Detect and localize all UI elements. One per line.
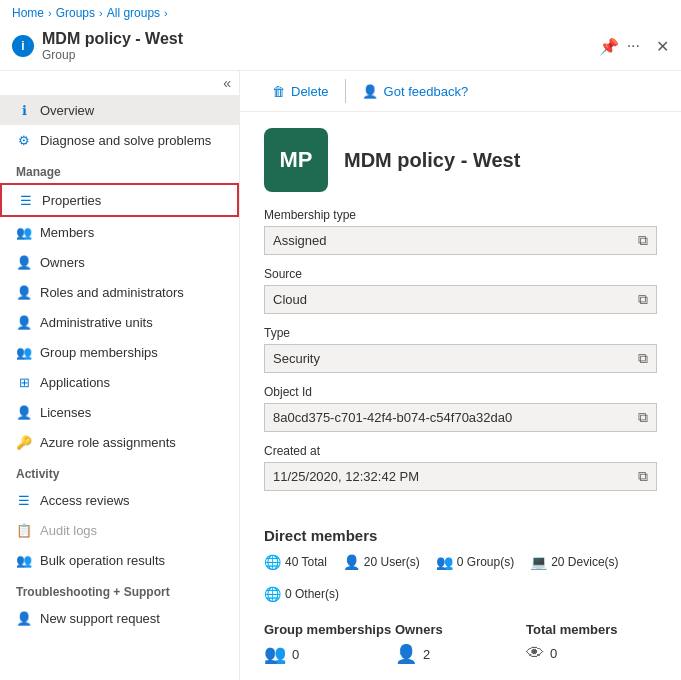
stats-row: 🌐 40 Total 👤 20 User(s) 👥 0 Group(s) 💻 2…	[264, 554, 657, 602]
summary-owners-count: 2	[423, 647, 430, 662]
summary-groups-icon: 👥	[264, 643, 286, 665]
copy-created-at-icon[interactable]: ⧉	[638, 468, 648, 485]
entity-name: MDM policy - West	[344, 149, 520, 172]
summary-value-group-memberships: 👥 0	[264, 643, 395, 665]
summary-label-owners: Owners	[395, 622, 526, 637]
sidebar-item-label: Group memberships	[40, 345, 158, 360]
summary-col-total-members: Total members 👁 0	[526, 622, 657, 665]
created-at-value: 11/25/2020, 12:32:42 PM ⧉	[264, 462, 657, 491]
stat-devices-value: 20 Device(s)	[551, 555, 618, 569]
sidebar-item-label: Owners	[40, 255, 85, 270]
summary-group-memberships-count: 0	[292, 647, 299, 662]
copy-membership-type-icon[interactable]: ⧉	[638, 232, 648, 249]
feedback-button[interactable]: 👤 Got feedback?	[354, 80, 477, 103]
sidebar-section-0: ℹ Overview ⚙ Diagnose and solve problems	[0, 95, 239, 155]
delete-button[interactable]: 🗑 Delete	[264, 80, 337, 103]
summary-total-count: 0	[550, 646, 557, 661]
close-button[interactable]: ✕	[656, 37, 669, 56]
pin-icon[interactable]: 📌	[599, 37, 619, 56]
diagnose-icon: ⚙	[16, 132, 32, 148]
sidebar-item-applications[interactable]: ⊞ Applications	[0, 367, 239, 397]
form-area: Membership type Assigned ⧉ Source Cloud …	[240, 204, 681, 519]
members-icon: 👥	[16, 224, 32, 240]
sidebar-item-admin-units[interactable]: 👤 Administrative units	[0, 307, 239, 337]
toolbar-separator	[345, 79, 346, 103]
summary-section: Group memberships 👥 0 Owners 👤 2 Total m…	[240, 614, 681, 677]
summary-label-group-memberships: Group memberships	[264, 622, 395, 637]
summary-value-total-members: 👁 0	[526, 643, 657, 664]
page-title: MDM policy - West	[42, 30, 591, 48]
applications-icon: ⊞	[16, 374, 32, 390]
entity-avatar: MP	[264, 128, 328, 192]
sidebar-item-label: Licenses	[40, 405, 91, 420]
source-value: Cloud ⧉	[264, 285, 657, 314]
summary-col-group-memberships: Group memberships 👥 0	[264, 622, 395, 665]
access-reviews-icon: ☰	[16, 492, 32, 508]
stat-users-value: 20 User(s)	[364, 555, 420, 569]
sidebar-item-members[interactable]: 👥 Members	[0, 217, 239, 247]
stat-groups: 👥 0 Group(s)	[436, 554, 514, 570]
activity-section-label: Activity	[0, 457, 239, 485]
summary-row: Group memberships 👥 0 Owners 👤 2 Total m…	[264, 622, 657, 665]
sidebar-item-access-reviews[interactable]: ☰ Access reviews	[0, 485, 239, 515]
summary-value-owners: 👤 2	[395, 643, 526, 665]
summary-label-total-members: Total members	[526, 622, 657, 637]
sidebar-item-label: Roles and administrators	[40, 285, 184, 300]
overview-icon: ℹ	[16, 102, 32, 118]
object-id-value: 8a0cd375-c701-42f4-b074-c54f70a32da0 ⧉	[264, 403, 657, 432]
toolbar: 🗑 Delete 👤 Got feedback?	[240, 71, 681, 112]
copy-object-id-icon[interactable]: ⧉	[638, 409, 648, 426]
sidebar-item-label: Azure role assignments	[40, 435, 176, 450]
collapse-icon[interactable]: «	[223, 75, 231, 91]
sidebar-item-label: Applications	[40, 375, 110, 390]
membership-type-label: Membership type	[264, 208, 657, 222]
bulk-ops-icon: 👥	[16, 552, 32, 568]
sidebar-item-support[interactable]: 👤 New support request	[0, 603, 239, 633]
page-subtitle: Group	[42, 48, 591, 62]
properties-icon: ☰	[18, 192, 34, 208]
manage-section-label: Manage	[0, 155, 239, 183]
sidebar-item-label: Bulk operation results	[40, 553, 165, 568]
support-icon: 👤	[16, 610, 32, 626]
sidebar-item-owners[interactable]: 👤 Owners	[0, 247, 239, 277]
object-id-label: Object Id	[264, 385, 657, 399]
sidebar-item-roles[interactable]: 👤 Roles and administrators	[0, 277, 239, 307]
breadcrumb-groups[interactable]: Groups	[56, 6, 95, 20]
roles-icon: 👤	[16, 284, 32, 300]
breadcrumb-all-groups[interactable]: All groups	[107, 6, 160, 20]
sidebar-item-diagnose[interactable]: ⚙ Diagnose and solve problems	[0, 125, 239, 155]
created-at-label: Created at	[264, 444, 657, 458]
sidebar: « ℹ Overview ⚙ Diagnose and solve proble…	[0, 71, 240, 680]
stat-others-value: 0 Other(s)	[285, 587, 339, 601]
sidebar-section-manage: Manage ☰ Properties 👥 Members 👤 Owners 👤…	[0, 155, 239, 457]
copy-source-icon[interactable]: ⧉	[638, 291, 648, 308]
others-icon: 🌐	[264, 586, 281, 602]
sidebar-item-azure-roles[interactable]: 🔑 Azure role assignments	[0, 427, 239, 457]
sidebar-item-licenses[interactable]: 👤 Licenses	[0, 397, 239, 427]
owners-icon: 👤	[16, 254, 32, 270]
sidebar-item-audit-logs[interactable]: 📋 Audit logs	[0, 515, 239, 545]
sidebar-item-label: Administrative units	[40, 315, 153, 330]
sidebar-item-group-memberships[interactable]: 👥 Group memberships	[0, 337, 239, 367]
group-memberships-icon: 👥	[16, 344, 32, 360]
summary-owners-icon: 👤	[395, 643, 417, 665]
sidebar-item-overview[interactable]: ℹ Overview	[0, 95, 239, 125]
sidebar-item-label: Overview	[40, 103, 94, 118]
copy-type-icon[interactable]: ⧉	[638, 350, 648, 367]
sidebar-item-label: Diagnose and solve problems	[40, 133, 211, 148]
sidebar-section-activity: Activity ☰ Access reviews 📋 Audit logs 👥…	[0, 457, 239, 575]
membership-type-value: Assigned ⧉	[264, 226, 657, 255]
support-section-label: Troubleshooting + Support	[0, 575, 239, 603]
sidebar-item-bulk-ops[interactable]: 👥 Bulk operation results	[0, 545, 239, 575]
stat-total-value: 40 Total	[285, 555, 327, 569]
stat-devices: 💻 20 Device(s)	[530, 554, 618, 570]
feedback-icon: 👤	[362, 84, 378, 99]
sidebar-item-label: Audit logs	[40, 523, 97, 538]
main-layout: « ℹ Overview ⚙ Diagnose and solve proble…	[0, 71, 681, 680]
breadcrumb-home[interactable]: Home	[12, 6, 44, 20]
more-icon[interactable]: ···	[627, 37, 640, 55]
title-bar-icon: i	[12, 35, 34, 57]
sidebar-item-properties[interactable]: ☰ Properties	[0, 183, 239, 217]
sidebar-section-support: Troubleshooting + Support 👤 New support …	[0, 575, 239, 633]
summary-col-owners: Owners 👤 2	[395, 622, 526, 665]
